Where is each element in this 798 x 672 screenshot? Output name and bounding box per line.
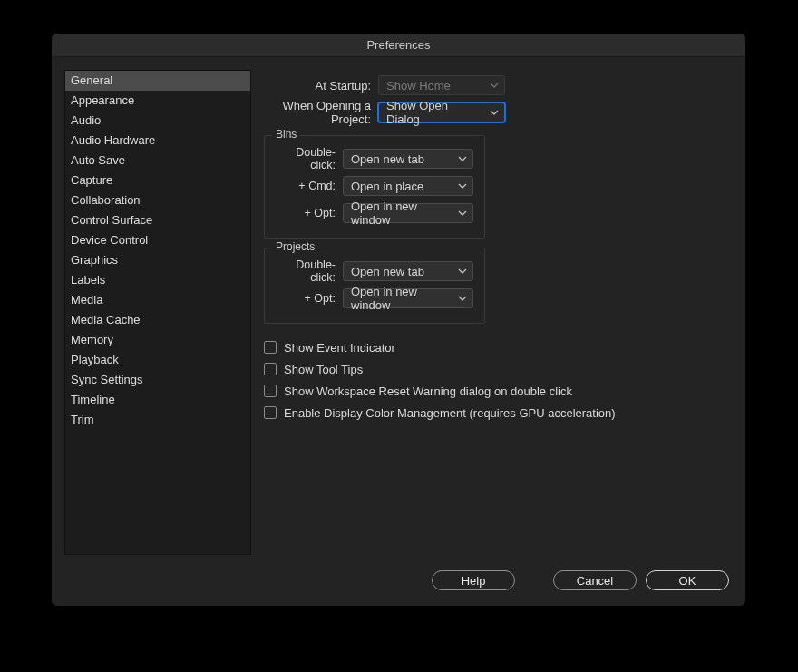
bins-opt-row: + Opt: Open in new window — [276, 200, 473, 227]
sidebar-item-control-surface[interactable]: Control Surface — [65, 210, 250, 230]
sidebar-item-labels[interactable]: Labels — [65, 270, 250, 290]
help-button[interactable]: Help — [432, 570, 515, 590]
sidebar-item-trim[interactable]: Trim — [65, 410, 250, 430]
sidebar-item-sync-settings[interactable]: Sync Settings — [65, 370, 250, 390]
open-project-value: Show Open Dialog — [386, 99, 484, 126]
at-startup-value: Show Home — [386, 79, 451, 93]
chevron-down-icon — [458, 181, 467, 190]
sidebar-item-media-cache[interactable]: Media Cache — [65, 310, 250, 330]
checkbox-label: Show Workspace Reset Warning dialog on d… — [284, 385, 572, 398]
cancel-button[interactable]: Cancel — [553, 570, 637, 590]
projects-title: Projects — [272, 240, 318, 253]
sidebar-item-capture[interactable]: Capture — [65, 170, 250, 190]
category-sidebar: GeneralAppearanceAudioAudio HardwareAuto… — [64, 70, 251, 555]
sidebar-item-auto-save[interactable]: Auto Save — [65, 151, 250, 170]
ok-button[interactable]: OK — [646, 570, 729, 590]
sidebar-item-general[interactable]: General — [65, 71, 250, 91]
sidebar-item-audio-hardware[interactable]: Audio Hardware — [65, 131, 250, 151]
checkbox-row: Show Workspace Reset Warning dialog on d… — [264, 380, 733, 402]
sidebar-item-collaboration[interactable]: Collaboration — [65, 190, 250, 210]
projects-double-click-label: Double-click: — [276, 258, 343, 284]
dialog-footer: Help Cancel OK — [52, 555, 745, 606]
general-panel: At Startup: Show Home When Opening a Pro… — [264, 70, 733, 555]
chevron-down-icon — [458, 154, 467, 163]
bins-double-click-row: Double-click: Open new tab — [276, 145, 473, 172]
checkbox-row: Show Tool Tips — [264, 358, 733, 380]
checkbox-row: Show Event Indicator — [264, 336, 733, 358]
chevron-down-icon — [490, 108, 499, 117]
sidebar-item-timeline[interactable]: Timeline — [65, 390, 250, 410]
projects-group: Projects Double-click: Open new tab + Op… — [264, 248, 485, 324]
row-at-startup: At Startup: Show Home — [264, 72, 733, 99]
bins-opt-label: + Opt: — [276, 207, 343, 219]
bins-double-click-dropdown[interactable]: Open new tab — [343, 149, 473, 169]
bins-cmd-label: + Cmd: — [276, 180, 343, 192]
open-project-label: When Opening a Project: — [264, 99, 378, 126]
projects-opt-row: + Opt: Open in new window — [276, 285, 473, 312]
projects-opt-value: Open in new window — [351, 285, 453, 312]
sidebar-item-media[interactable]: Media — [65, 290, 250, 310]
at-startup-dropdown[interactable]: Show Home — [378, 75, 505, 95]
checkbox-label: Show Event Indicator — [284, 341, 395, 355]
projects-opt-label: + Opt: — [276, 292, 343, 305]
checkbox[interactable] — [264, 406, 277, 419]
bins-cmd-value: Open in place — [351, 180, 423, 193]
chevron-down-icon — [458, 209, 467, 218]
window-title: Preferences — [52, 34, 745, 57]
bins-cmd-dropdown[interactable]: Open in place — [343, 176, 473, 196]
chevron-down-icon — [490, 81, 499, 90]
chevron-down-icon — [458, 267, 467, 276]
chevron-down-icon — [458, 294, 467, 303]
bins-opt-dropdown[interactable]: Open in new window — [343, 203, 473, 223]
bins-double-click-label: Double-click: — [276, 146, 343, 171]
sidebar-item-audio[interactable]: Audio — [65, 111, 250, 131]
checkbox[interactable] — [264, 341, 277, 354]
checkbox-row: Enable Display Color Management (require… — [264, 402, 733, 424]
sidebar-item-graphics[interactable]: Graphics — [65, 250, 250, 270]
checkbox-label: Show Tool Tips — [284, 363, 363, 376]
bins-double-click-value: Open new tab — [351, 152, 424, 166]
projects-double-click-value: Open new tab — [351, 265, 424, 278]
window-body: GeneralAppearanceAudioAudio HardwareAuto… — [52, 57, 745, 555]
preferences-window: Preferences GeneralAppearanceAudioAudio … — [52, 34, 745, 606]
checkbox[interactable] — [264, 385, 277, 397]
bins-cmd-row: + Cmd: Open in place — [276, 172, 473, 200]
projects-double-click-row: Double-click: Open new tab — [276, 258, 473, 285]
sidebar-item-memory[interactable]: Memory — [65, 330, 250, 350]
sidebar-item-appearance[interactable]: Appearance — [65, 91, 250, 111]
checkbox[interactable] — [264, 363, 277, 375]
checkbox-list: Show Event IndicatorShow Tool TipsShow W… — [264, 336, 733, 424]
bins-group: Bins Double-click: Open new tab + Cmd: O… — [264, 135, 485, 239]
checkbox-label: Enable Display Color Management (require… — [284, 406, 616, 420]
projects-opt-dropdown[interactable]: Open in new window — [343, 288, 473, 308]
open-project-dropdown[interactable]: Show Open Dialog — [378, 102, 505, 122]
sidebar-item-device-control[interactable]: Device Control — [65, 230, 250, 250]
sidebar-item-playback[interactable]: Playback — [65, 350, 250, 370]
projects-double-click-dropdown[interactable]: Open new tab — [343, 261, 473, 281]
bins-opt-value: Open in new window — [351, 200, 453, 227]
at-startup-label: At Startup: — [264, 79, 378, 93]
bins-title: Bins — [272, 128, 300, 141]
row-open-project: When Opening a Project: Show Open Dialog — [264, 99, 733, 126]
